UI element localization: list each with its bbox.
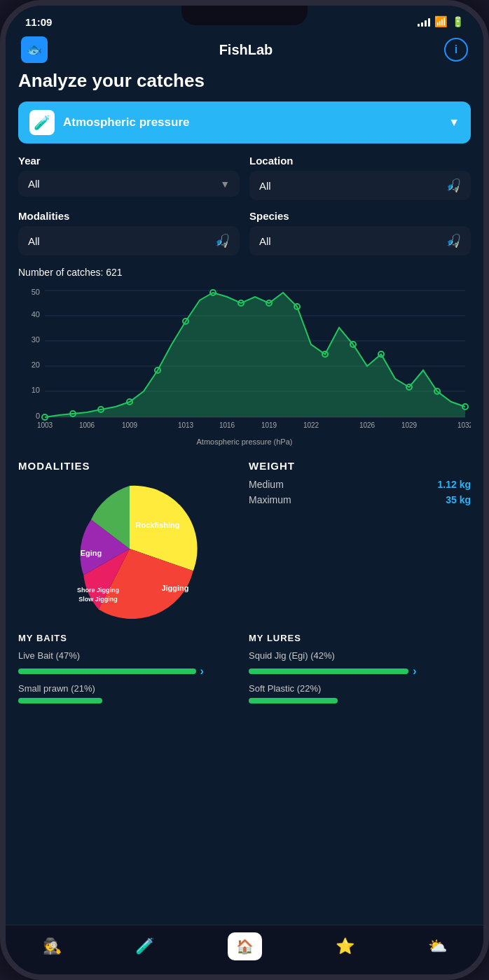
time: 11:09: [25, 16, 52, 28]
star-icon: ⭐: [336, 937, 354, 955]
nav-home[interactable]: 🏠: [228, 932, 262, 960]
species-label: Species: [249, 210, 471, 222]
modalities-section-label: MODALITIES: [18, 460, 240, 472]
chart-section: Number of catches: 621 0 10 20 30 40 50: [18, 267, 471, 446]
svg-text:Shore Jigging: Shore Jigging: [76, 587, 118, 594]
location-icon: 🎣: [446, 178, 461, 193]
pie-chart: Rockfishing Jigging Shore Jigging Slow J…: [18, 479, 240, 619]
main-content: Analyze your catches 🧪 Atmospheric press…: [6, 70, 483, 925]
location-select[interactable]: All 🎣: [249, 171, 471, 200]
svg-text:Jigging: Jigging: [161, 584, 188, 592]
svg-text:1022: 1022: [303, 421, 319, 429]
year-filter-group: Year All ▼: [18, 155, 240, 200]
lure-bar-row-0: ›: [249, 665, 471, 678]
chevron-down-icon: ▼: [220, 178, 230, 190]
signal-icon: [418, 17, 430, 27]
flask-icon: 🧪: [29, 110, 55, 135]
bait-bar-1: [18, 698, 102, 704]
svg-text:30: 30: [32, 335, 40, 344]
nav-favorites[interactable]: ⭐: [336, 937, 354, 955]
weather-icon: ⛅: [428, 937, 447, 955]
svg-text:1019: 1019: [261, 421, 277, 429]
svg-text:Slow Jigging: Slow Jigging: [78, 596, 118, 603]
weight-maximum-row: Maximum 35 kg: [249, 494, 471, 505]
home-icon: 🏠: [228, 932, 262, 960]
pressure-chart: 0 10 20 30 40 50: [18, 284, 471, 435]
svg-text:1026: 1026: [359, 421, 376, 429]
modalities-filter-group: Modalities All 🎣: [18, 210, 240, 255]
weight-section-label: WEIGHT: [249, 460, 471, 472]
weight-maximum-label: Maximum: [249, 494, 291, 505]
svg-text:20: 20: [32, 360, 40, 369]
pie-svg: Rockfishing Jigging Shore Jigging Slow J…: [60, 479, 200, 619]
species-select[interactable]: All 🎣: [249, 226, 471, 255]
year-label: Year: [18, 155, 240, 167]
flask-nav-icon: 🧪: [135, 937, 154, 955]
bait-item-1: Small prawn (21%): [18, 683, 240, 704]
svg-text:0: 0: [36, 412, 40, 420]
lure-label-0: Squid Jig (Egi) (42%): [249, 650, 471, 661]
lure-item-0: Squid Jig (Egi) (42%) ›: [249, 650, 471, 678]
svg-text:50: 50: [32, 289, 40, 296]
modalities-weight-section: MODALITIES: [18, 460, 471, 619]
lure-bar-row-1: [249, 698, 471, 704]
chevron-down-icon: ▼: [448, 116, 460, 129]
lure-bar-1: [249, 698, 338, 704]
svg-marker-12: [45, 293, 465, 417]
info-button[interactable]: i: [444, 38, 468, 62]
nav-profile[interactable]: 🕵️: [43, 937, 62, 955]
lure-bar-0: [249, 668, 408, 674]
selector-label: Atmospheric pressure: [63, 115, 440, 130]
chart-svg: 0 10 20 30 40 50: [18, 289, 471, 429]
page-title: Analyze your catches: [18, 70, 471, 92]
lures-section: MY LURES Squid Jig (Egi) (42%) › Soft Pl…: [249, 633, 471, 709]
baits-lures-section: MY BAITS Live Bait (47%) › Small prawn (…: [18, 633, 471, 709]
svg-text:1003: 1003: [37, 421, 53, 429]
filter-grid: Year All ▼ Location All 🎣 Modalities: [18, 155, 471, 255]
svg-text:Eging: Eging: [80, 549, 102, 557]
lure-label-1: Soft Plastic (22%): [249, 683, 471, 694]
modalities-label: Modalities: [18, 210, 240, 222]
wifi-icon: 📶: [434, 15, 448, 28]
bottom-nav: 🕵️ 🧪 🏠 ⭐ ⛅: [6, 925, 483, 974]
location-filter-group: Location All 🎣: [249, 155, 471, 200]
svg-text:1016: 1016: [219, 421, 235, 429]
modalities-icon: 🎣: [214, 233, 230, 248]
app-logo: 🐟: [21, 36, 48, 63]
bait-item-0: Live Bait (47%) ›: [18, 650, 240, 678]
baits-section: MY BAITS Live Bait (47%) › Small prawn (…: [18, 633, 240, 709]
svg-text:10: 10: [32, 386, 40, 394]
modalities-section: MODALITIES: [18, 460, 240, 619]
bait-bar-row-0: ›: [18, 665, 240, 678]
nav-weather[interactable]: ⛅: [428, 937, 447, 955]
bait-label-0: Live Bait (47%): [18, 650, 240, 661]
location-label: Location: [249, 155, 471, 167]
bait-label-1: Small prawn (21%): [18, 683, 240, 694]
analysis-selector[interactable]: 🧪 Atmospheric pressure ▼: [18, 102, 471, 144]
weight-medium-value: 1.12 kg: [438, 479, 471, 490]
svg-text:1013: 1013: [178, 421, 194, 429]
weight-medium-label: Medium: [249, 479, 284, 490]
nav-analyze[interactable]: 🧪: [135, 937, 154, 955]
svg-text:1032: 1032: [457, 421, 471, 429]
app-header: 🐟 FishLab i: [6, 32, 483, 70]
lures-label: MY LURES: [249, 633, 471, 643]
lure-item-1: Soft Plastic (22%): [249, 683, 471, 704]
bait-arrow-0[interactable]: ›: [200, 665, 204, 678]
bait-bar-0: [18, 668, 196, 674]
svg-text:1029: 1029: [401, 421, 418, 429]
baits-label: MY BAITS: [18, 633, 240, 643]
logo-icon: 🐟: [27, 42, 42, 57]
catches-count: Number of catches: 621: [18, 267, 471, 278]
lure-arrow-0[interactable]: ›: [413, 665, 416, 678]
profile-icon: 🕵️: [43, 937, 62, 955]
svg-text:1006: 1006: [79, 421, 95, 429]
species-icon: 🎣: [446, 233, 461, 248]
year-select[interactable]: All ▼: [18, 171, 240, 197]
modalities-select[interactable]: All 🎣: [18, 226, 240, 255]
battery-icon: 🔋: [452, 16, 464, 27]
status-bar: 11:09 📶 🔋: [6, 6, 483, 32]
species-filter-group: Species All 🎣: [249, 210, 471, 255]
svg-text:Rockfishing: Rockfishing: [135, 521, 179, 529]
app-title: FishLab: [219, 42, 273, 58]
